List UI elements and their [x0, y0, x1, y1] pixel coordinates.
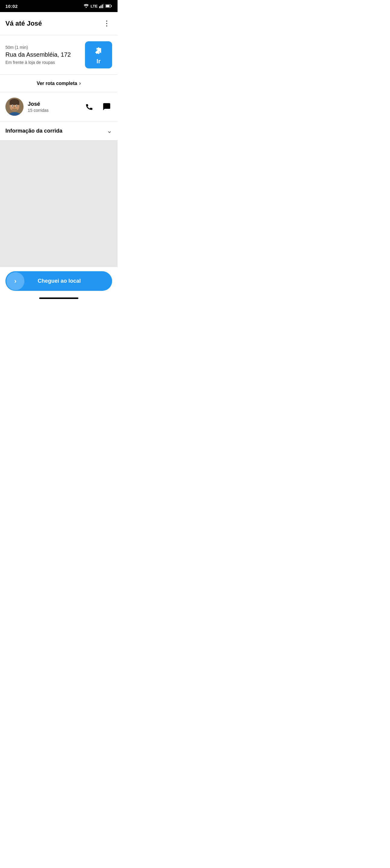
header: Vá até José	[0, 12, 118, 35]
chevron-right-icon: ›	[79, 80, 81, 87]
phone-icon	[85, 102, 93, 111]
message-icon	[102, 102, 111, 111]
view-full-route-button[interactable]: Ver rota completa ›	[0, 75, 118, 92]
avatar-image	[5, 98, 24, 116]
dot-1	[106, 21, 107, 22]
svg-rect-6	[106, 5, 110, 7]
svg-point-14	[12, 105, 13, 107]
driver-actions	[84, 101, 112, 112]
more-menu-button[interactable]	[101, 18, 112, 29]
driver-info: José 15 corridas	[0, 92, 118, 121]
driver-avatar	[5, 98, 24, 116]
svg-rect-11	[10, 102, 19, 105]
svg-rect-5	[111, 5, 112, 7]
svg-point-16	[14, 107, 16, 108]
dot-3	[106, 25, 107, 27]
navigation-info: 50m (1 min) Rua da Assembléia, 172 Em fr…	[0, 35, 118, 75]
map-area	[0, 141, 118, 267]
go-button[interactable]: Ir	[85, 41, 112, 68]
call-driver-button[interactable]	[84, 101, 95, 112]
ride-info-section[interactable]: Informação da corrida ⌄	[0, 121, 118, 141]
chevron-down-icon: ⌄	[107, 127, 112, 135]
arrived-label: Cheguei ao local	[24, 278, 94, 284]
arrived-button[interactable]: › Cheguei ao local	[5, 271, 112, 291]
nav-hint: Em frente à loja de roupas	[5, 60, 80, 65]
signal-icon	[99, 4, 104, 8]
ride-info-title: Informação da corrida	[5, 128, 62, 134]
svg-rect-0	[99, 6, 100, 8]
home-bar	[39, 298, 78, 299]
wifi-icon	[84, 4, 89, 8]
nav-distance: 50m (1 min)	[5, 45, 80, 50]
driver-name: José	[28, 101, 84, 107]
route-link-text: Ver rota completa	[37, 81, 77, 86]
status-bar: 10:02 LTE	[0, 0, 118, 12]
svg-point-17	[11, 109, 18, 112]
navigate-icon	[94, 46, 103, 56]
arrow-right-icon: ›	[14, 277, 16, 285]
dot-2	[106, 23, 107, 24]
status-icons: LTE	[84, 4, 112, 8]
navigation-icon	[94, 46, 103, 57]
home-indicator	[0, 295, 118, 301]
battery-icon	[106, 4, 112, 8]
svg-rect-2	[102, 4, 103, 8]
driver-details: José 15 corridas	[28, 101, 84, 113]
page-title: Vá até José	[5, 20, 42, 27]
lte-label: LTE	[90, 4, 98, 8]
arrived-arrow-circle: ›	[6, 272, 24, 290]
bottom-bar: › Cheguei ao local	[0, 267, 118, 295]
nav-address: Rua da Assembléia, 172	[5, 51, 80, 58]
go-label: Ir	[96, 58, 100, 64]
nav-text: 50m (1 min) Rua da Assembléia, 172 Em fr…	[5, 45, 80, 65]
status-time: 10:02	[5, 4, 18, 9]
svg-point-15	[16, 105, 18, 107]
driver-rides: 15 corridas	[28, 108, 84, 113]
message-driver-button[interactable]	[101, 101, 112, 112]
svg-rect-3	[103, 4, 104, 8]
svg-rect-1	[101, 5, 101, 8]
